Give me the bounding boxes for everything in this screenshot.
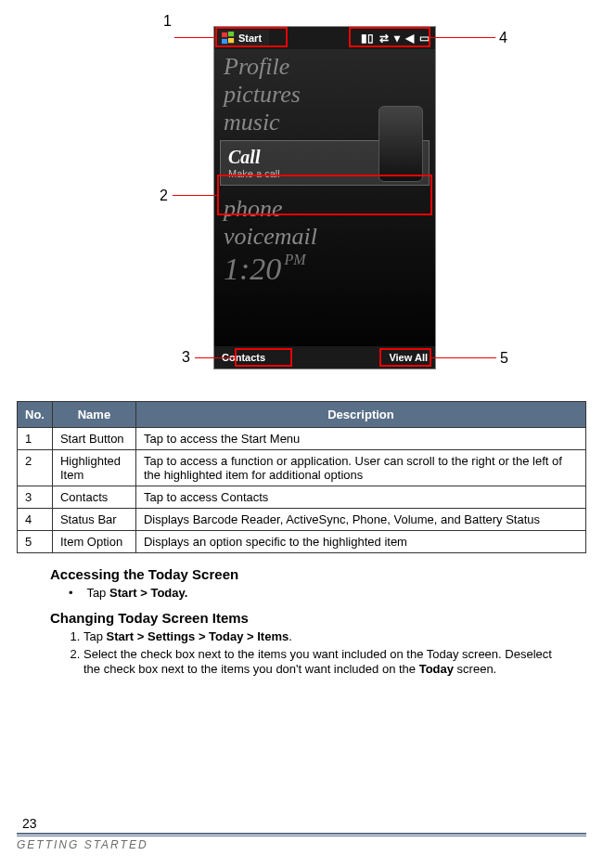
today-menu-list-2: phone voicemail: [214, 191, 435, 251]
volume-icon: ◀: [405, 32, 414, 45]
clock-ampm: PM: [285, 252, 306, 267]
clock-time: 1:20: [224, 252, 281, 286]
start-button[interactable]: Start: [214, 30, 269, 46]
table-row: 4 Status Bar Displays Barcode Reader, Ac…: [18, 509, 586, 531]
th-no: No.: [18, 402, 53, 428]
menu-item-profile[interactable]: Profile: [224, 53, 435, 81]
th-name: Name: [52, 402, 135, 428]
menu-item-pictures[interactable]: pictures: [224, 81, 435, 109]
changing-steps: Tap Start > Settings > Today > Items. Se…: [83, 629, 568, 677]
callout-label-2: 2: [160, 188, 168, 204]
menu-item-phone[interactable]: phone: [224, 195, 435, 223]
signal-icon: ▾: [394, 32, 400, 45]
annotated-screenshot: Start ▮▯ ⇄ ▾ ◀ ▭ Profile pictures music …: [17, 9, 586, 390]
callout-label-1: 1: [163, 13, 172, 30]
menu-item-voicemail[interactable]: voicemail: [224, 223, 435, 251]
svg-rect-0: [222, 32, 227, 37]
phone-screen: Start ▮▯ ⇄ ▾ ◀ ▭ Profile pictures music …: [213, 26, 436, 369]
call-phone-image: [378, 106, 423, 182]
svg-rect-1: [228, 32, 234, 36]
page-number: 23: [17, 816, 586, 831]
table-row: 5 Item Option Displays an option specifi…: [18, 531, 586, 553]
phone-topbar: Start ▮▯ ⇄ ▾ ◀ ▭: [214, 27, 435, 49]
reference-table: No. Name Description 1 Start Button Tap …: [17, 401, 586, 553]
callout-label-3: 3: [182, 349, 190, 366]
svg-rect-3: [228, 38, 234, 43]
highlighted-item-call[interactable]: Call Make a call: [220, 140, 430, 186]
table-row: 2 Highlighted Item Tap to access a funct…: [18, 450, 586, 486]
accessing-steps: Tap Start > Today.: [83, 586, 568, 601]
list-item: Select the check box next to the items y…: [83, 647, 568, 678]
call-subtitle: Make a call: [228, 168, 280, 179]
callout-line-2: [173, 195, 217, 196]
heading-accessing: Accessing the Today Screen: [50, 566, 586, 582]
callout-line-4: [430, 37, 495, 38]
callout-line-1: [174, 37, 215, 38]
callout-label-4: 4: [499, 30, 507, 46]
footer-rule: [17, 833, 586, 836]
battery-icon: ▭: [419, 32, 430, 45]
page-footer: 23 Getting Started: [0, 816, 603, 851]
callout-line-5: [431, 357, 496, 358]
chapter-title: Getting Started: [17, 838, 586, 851]
callout-line-3: [195, 357, 235, 358]
barcode-icon: ▮▯: [361, 32, 374, 45]
heading-changing: Changing Today Screen Items: [50, 610, 586, 626]
th-desc: Description: [135, 402, 585, 428]
call-title: Call: [228, 147, 280, 168]
callout-label-5: 5: [500, 350, 508, 367]
clock: 1:20 PM: [214, 250, 435, 287]
list-item: Tap Start > Settings > Today > Items.: [83, 629, 568, 644]
windows-flag-icon: [222, 32, 235, 45]
phone-bottombar: Contacts View All: [214, 346, 435, 369]
table-row: 3 Contacts Tap to access Contacts: [18, 486, 586, 509]
table-row: 1 Start Button Tap to access the Start M…: [18, 428, 586, 450]
list-item: Tap Start > Today.: [83, 586, 568, 601]
view-all-softkey[interactable]: View All: [389, 352, 428, 363]
activesync-icon: ⇄: [379, 32, 389, 45]
status-bar-icons[interactable]: ▮▯ ⇄ ▾ ◀ ▭: [361, 32, 435, 45]
svg-rect-2: [222, 39, 227, 44]
start-button-label: Start: [238, 32, 262, 44]
